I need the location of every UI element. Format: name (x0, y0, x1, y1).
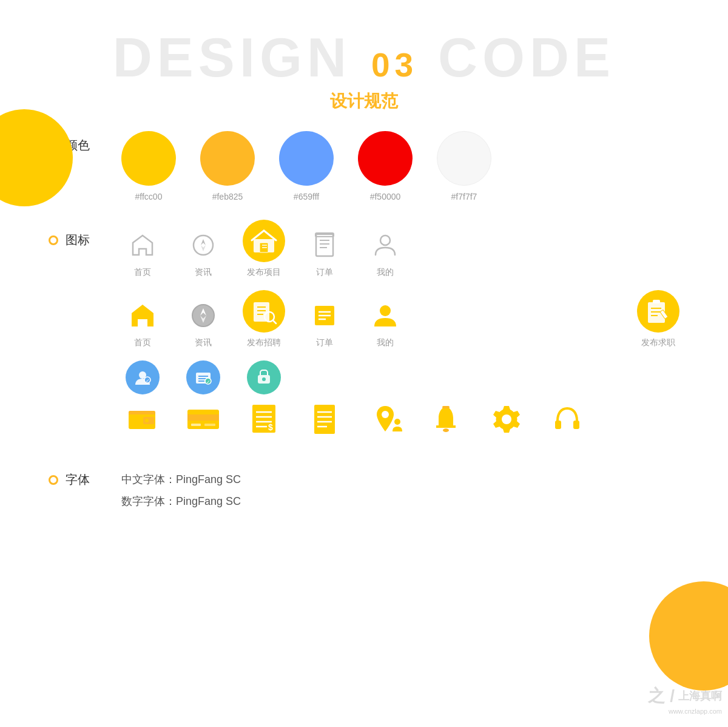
color-item-3: #659fff (279, 131, 334, 201)
colors-section: 颜色 #ffcc00 #feb825 #659fff #f50000 #f7f7… (0, 131, 728, 201)
typography-bullet (49, 475, 58, 485)
icons-content: 首页 资讯 (121, 220, 679, 447)
svg-marker-1 (201, 239, 206, 245)
news-outline-icon (186, 228, 220, 262)
order-outline-icon (308, 228, 342, 262)
color-circle-5 (437, 131, 491, 186)
color-code-1: #ffcc00 (135, 192, 163, 201)
order-filled-icon (308, 299, 342, 333)
header-number: 03 (371, 46, 418, 84)
typography-line-1: 中文字体：PingFang SC (121, 468, 679, 490)
typography-label: 字体 (66, 472, 90, 488)
news-filled-icon (186, 299, 220, 333)
icons-section: 图标 首页 (0, 220, 728, 447)
deco-circle-right (649, 581, 728, 691)
svg-rect-59 (314, 405, 335, 434)
color-circle-1 (121, 131, 176, 186)
color-item-5: #f7f7f7 (437, 131, 491, 201)
icons-row-1: 首页 资讯 (121, 220, 679, 278)
icon-circle-blue-1: ✓ (121, 360, 164, 394)
svg-point-0 (194, 235, 213, 255)
svg-rect-66 (442, 406, 450, 408)
typography-content: 中文字体：PingFang SC 数字字体：PingFang SC (121, 465, 679, 512)
svg-rect-51 (191, 424, 201, 426)
watermark-url: www.cnzlapp.com (648, 708, 722, 715)
icons-bullet (49, 235, 58, 245)
icon-card (182, 407, 224, 431)
icons-label-area: 图标 (49, 220, 121, 248)
home-filled-icon (126, 299, 160, 333)
icon-circle-blue-2: ✓ (182, 360, 224, 394)
svg-text:✓: ✓ (206, 379, 211, 385)
header-bg-text: DESIGN 03 CODE (0, 30, 728, 85)
icon-bell (425, 404, 467, 435)
icon-order-outline: 订单 (303, 228, 346, 278)
icon-location (364, 404, 406, 435)
svg-rect-48 (129, 411, 155, 414)
typography-label-area: 字体 (49, 465, 121, 488)
icon-publish-recruit: 发布招聘 (243, 290, 285, 348)
publish-job-icon (637, 290, 679, 333)
color-code-4: #f50000 (370, 192, 401, 201)
circle-blue-1-icon: ✓ (126, 360, 160, 394)
svg-point-64 (382, 411, 389, 418)
svg-point-68 (502, 414, 511, 424)
icon-memo (303, 404, 346, 435)
color-item-2: #feb825 (200, 131, 255, 201)
header: DESIGN 03 CODE 设计规范 (0, 0, 728, 131)
order-filled-label: 订单 (316, 337, 333, 348)
color-code-2: #feb825 (212, 192, 243, 201)
order-outline-label: 订单 (316, 267, 333, 278)
color-circle-2 (200, 131, 255, 186)
header-subtitle: 设计规范 (0, 90, 728, 113)
icon-settings (485, 404, 528, 435)
icon-news-filled: 资讯 (182, 299, 224, 348)
icon-mine-outline: 我的 (364, 228, 406, 278)
watermark: 之 / 上海真啊 www.cnzlapp.com (648, 685, 722, 715)
svg-rect-70 (573, 421, 579, 429)
svg-rect-69 (555, 421, 561, 429)
svg-rect-29 (653, 300, 660, 303)
svg-marker-2 (201, 245, 206, 251)
publish-recruit-icon (243, 290, 285, 333)
svg-rect-7 (316, 234, 333, 256)
color-code-3: #659fff (294, 192, 319, 201)
home-filled-label: 首页 (134, 337, 151, 348)
svg-point-12 (380, 235, 390, 245)
icon-receipt: $ (243, 404, 285, 435)
svg-text:$: $ (268, 422, 273, 432)
icon-headphone (546, 404, 588, 435)
publish-project-icon (243, 220, 285, 262)
icon-home-filled: 首页 (121, 299, 164, 348)
watermark-company: 上海真啊 (678, 689, 722, 703)
icons-row-2: 首页 资讯 (121, 290, 679, 348)
circle-teal-icon (247, 360, 281, 394)
mine-outline-label: 我的 (377, 267, 394, 278)
svg-point-67 (443, 428, 449, 432)
svg-text:✓: ✓ (146, 378, 150, 384)
svg-rect-52 (204, 424, 215, 426)
color-code-5: #f7f7f7 (451, 192, 477, 201)
color-circle-4 (358, 131, 413, 186)
news-outline-label: 资讯 (195, 267, 212, 278)
circle-blue-2-icon: ✓ (186, 360, 220, 394)
publish-job-label: 发布求职 (641, 337, 675, 348)
colors-row: #ffcc00 #feb825 #659fff #f50000 #f7f7f7 (121, 131, 679, 201)
icons-label: 图标 (66, 232, 90, 248)
icons-row-3: ✓ ✓ (121, 360, 679, 394)
icons-row-4: $ (121, 404, 679, 435)
svg-line-22 (273, 320, 276, 323)
svg-point-27 (380, 305, 391, 316)
icon-news-outline: 资讯 (182, 228, 224, 278)
icon-home-outline: 首页 (121, 228, 164, 278)
home-outline-label: 首页 (134, 267, 151, 278)
icon-order-filled: 订单 (303, 299, 346, 348)
colors-content: #ffcc00 #feb825 #659fff #f50000 #f7f7f7 (121, 131, 679, 201)
icon-circle-teal (243, 360, 285, 394)
svg-point-44 (262, 377, 266, 381)
mine-filled-icon (368, 299, 402, 333)
publish-recruit-label: 发布招聘 (247, 337, 281, 348)
color-circle-3 (279, 131, 334, 186)
mine-outline-icon (368, 228, 402, 262)
publish-project-label: 发布项目 (247, 267, 281, 278)
